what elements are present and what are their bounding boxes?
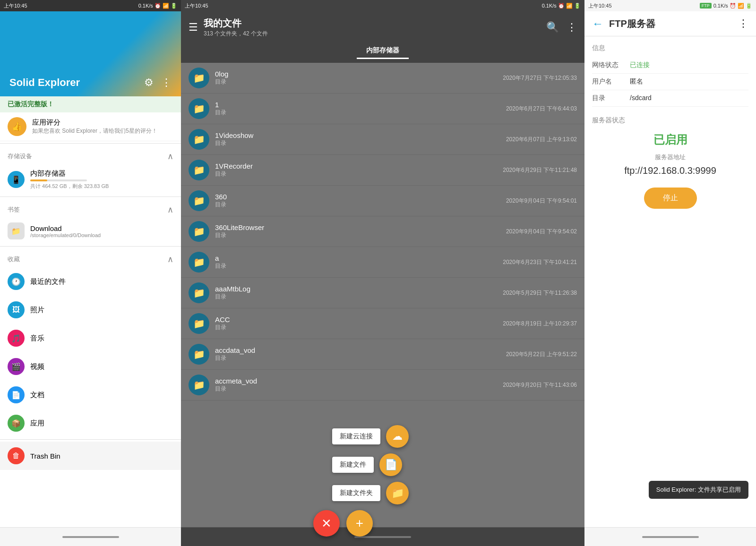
panel2-title: 我的文件 (204, 17, 541, 30)
file-item-accdata[interactable]: 📁 accdata_vod 目录 2020年5月22日 上午9:51:22 (181, 339, 584, 370)
server-enabled-status: 已启用 (592, 132, 748, 147)
username-label: 用户名 (592, 77, 630, 86)
file-date-7: 2020年5月29日 下午11:26:38 (503, 289, 577, 297)
storage-chevron-icon[interactable]: ∧ (167, 151, 173, 162)
hamburger-icon[interactable]: ☰ (189, 21, 198, 34)
clock-icon: 🕐 (8, 273, 25, 290)
rating-sub: 如果您喜欢 Solid Explorer，请给我们5星的评分！ (32, 127, 157, 135)
more-icon[interactable]: ⋮ (161, 77, 172, 89)
fav-recent[interactable]: 🕐 最近的文件 (0, 267, 181, 296)
new-folder-button[interactable]: 📁 (386, 482, 409, 504)
panel2-nav-bar (181, 527, 584, 546)
file-name-2: 1Videoshow (215, 131, 500, 139)
more-options-icon[interactable]: ⋮ (567, 21, 577, 34)
fab-main-row: ✕ (313, 510, 340, 537)
doc-icon: 📄 (8, 386, 25, 403)
storage-device-icon: 📱 (8, 171, 25, 188)
app-icon: 📦 (8, 415, 25, 432)
fav-photos[interactable]: 🖼 照片 (0, 296, 181, 324)
file-date-5: 2020年9月04日 下午9:54:02 (506, 228, 577, 236)
panel3-status-bar: 上午10:45 FTP 0.1K/s ⏰ 📶 🔋 (584, 0, 756, 11)
bookmarks-chevron-icon[interactable]: ∧ (167, 205, 173, 215)
bookmark-name: Download (30, 224, 101, 232)
settings-icon[interactable]: ⚙ (144, 77, 154, 89)
folder-icon-9: 📁 (189, 344, 209, 365)
fab-plus-button[interactable]: + (346, 510, 373, 537)
file-item-accmeta[interactable]: 📁 accmeta_vod 目录 2020年9月20日 下午11:43:06 (181, 370, 584, 401)
storage-section-header: 存储设备 ∧ (0, 145, 181, 164)
storage-sub: 共计 464.52 GB，剩余 323.83 GB (30, 183, 109, 190)
storage-bar (30, 179, 87, 181)
folder-icon-3: 📁 (189, 160, 209, 180)
file-item-1[interactable]: 📁 1 目录 2020年6月27日 下午6:44:03 (181, 94, 584, 124)
panel2-toolbar: ☰ 我的文件 313 个文件夹，42 个文件 🔍 ⋮ (181, 11, 584, 43)
favorites-chevron-icon[interactable]: ∧ (167, 254, 173, 264)
bookmarks-section-title: 书签 (8, 205, 20, 214)
video-icon: 🎬 (8, 358, 25, 375)
new-cloud-label[interactable]: 新建云连接 (332, 428, 380, 444)
p2-status-time: 上午10:45 (185, 2, 208, 9)
panel3-ftp: 上午10:45 FTP 0.1K/s ⏰ 📶 🔋 ← FTP服务器 ⋮ 信息 网… (584, 0, 756, 546)
panel3-more-icon[interactable]: ⋮ (738, 17, 748, 30)
stop-server-button[interactable]: 停止 (644, 188, 697, 209)
fav-music[interactable]: 🎵 音乐 (0, 324, 181, 352)
tab-internal-storage[interactable]: 内部存储器 (357, 43, 409, 59)
file-name-6: a (215, 254, 497, 262)
file-item-a[interactable]: 📁 a 目录 2020年6月23日 下午10:41:21 (181, 247, 584, 278)
back-icon[interactable]: ← (592, 17, 603, 30)
new-cloud-button[interactable]: ☁ (386, 425, 409, 448)
info-row-directory: 目录 /sdcard (592, 90, 748, 107)
file-date-3: 2020年6月29日 下午11:21:48 (503, 166, 577, 174)
download-bookmark[interactable]: 📁 Download /storage/emulated/0/Download (0, 218, 181, 244)
new-folder-label[interactable]: 新建文件夹 (332, 485, 380, 501)
fav-video-label: 视频 (30, 362, 44, 371)
status-time: 上午10:45 (4, 2, 27, 9)
folder-icon: 📁 (8, 222, 25, 239)
internal-storage-item[interactable]: 📱 内部存储器 共计 464.52 GB，剩余 323.83 GB (0, 164, 181, 195)
panel2-status-bar: 上午10:45 0.1K/s ⏰ 📶 🔋 (181, 0, 584, 11)
bookmarks-section-header: 书签 ∧ (0, 199, 181, 218)
file-date-9: 2020年5月22日 上午9:51:22 (506, 350, 577, 358)
fav-docs-label: 文档 (30, 391, 44, 400)
new-file-label[interactable]: 新建文件 (332, 457, 374, 473)
new-file-button[interactable]: 📄 (379, 453, 402, 476)
file-item-360litebrowser[interactable]: 📁 360LiteBrowser 目录 2020年9月04日 下午9:54:02 (181, 216, 584, 247)
file-type-9: 目录 (215, 354, 500, 362)
file-name-7: aaaMtbLog (215, 285, 497, 293)
panel3-nav-bar (584, 527, 756, 546)
fav-photos-label: 照片 (30, 306, 44, 315)
favorites-section-title: 收藏 (8, 255, 20, 264)
status-icons: 0.1K/s ⏰ 📶 🔋 (138, 3, 177, 9)
file-item-aaamtblog[interactable]: 📁 aaaMtbLog 目录 2020年5月29日 下午11:26:38 (181, 278, 584, 308)
file-type-1: 目录 (215, 109, 500, 117)
fav-docs[interactable]: 📄 文档 (0, 381, 181, 409)
folder-icon-2: 📁 (189, 129, 209, 150)
fab-close-button[interactable]: ✕ (313, 510, 340, 537)
app-title: Solid Explorer (9, 77, 80, 89)
file-name-5: 360LiteBrowser (215, 223, 500, 231)
folder-icon-0: 📁 (189, 68, 209, 88)
p3-status-icons: 0.1K/s ⏰ 📶 🔋 (713, 3, 752, 9)
rating-item[interactable]: 👍 应用评分 如果您喜欢 Solid Explorer，请给我们5星的评分！ (0, 112, 181, 141)
fav-apps[interactable]: 📦 应用 (0, 409, 181, 437)
file-date-6: 2020年6月23日 下午10:41:21 (503, 258, 577, 266)
file-item-360[interactable]: 📁 360 目录 2020年9月04日 下午9:54:01 (181, 186, 584, 216)
search-icon[interactable]: 🔍 (546, 21, 559, 34)
panel3-title: FTP服务器 (609, 17, 732, 30)
file-name-0: 0log (215, 70, 497, 78)
panel1-sidebar: 上午10:45 0.1K/s ⏰ 📶 🔋 Solid Explorer ⚙ ⋮ … (0, 0, 181, 546)
network-value: 已连接 (630, 61, 748, 69)
info-row-network: 网络状态 已连接 (592, 57, 748, 74)
username-value: 匿名 (630, 77, 748, 86)
file-date-1: 2020年6月27日 下午6:44:03 (506, 105, 577, 113)
file-item-0log[interactable]: 📁 0log 目录 2020年7月27日 下午12:05:33 (181, 63, 584, 94)
fab-plus-icon[interactable]: + (346, 510, 373, 537)
fav-video[interactable]: 🎬 视频 (0, 352, 181, 381)
fab-row-folder: 新建文件夹 📁 (332, 482, 409, 504)
trash-bin-item[interactable]: 🗑 Trash Bin (0, 442, 181, 470)
file-item-acc[interactable]: 📁 ACC 目录 2020年8月19日 上午10:29:37 (181, 308, 584, 339)
file-item-1vrecorder[interactable]: 📁 1VRecorder 目录 2020年6月29日 下午11:21:48 (181, 155, 584, 186)
fab-row-cloud: 新建云连接 ☁ (332, 425, 409, 448)
file-item-1videoshow[interactable]: 📁 1Videoshow 目录 2020年6月07日 上午9:13:02 (181, 124, 584, 155)
p3-status-time: 上午10:45 (588, 2, 612, 9)
